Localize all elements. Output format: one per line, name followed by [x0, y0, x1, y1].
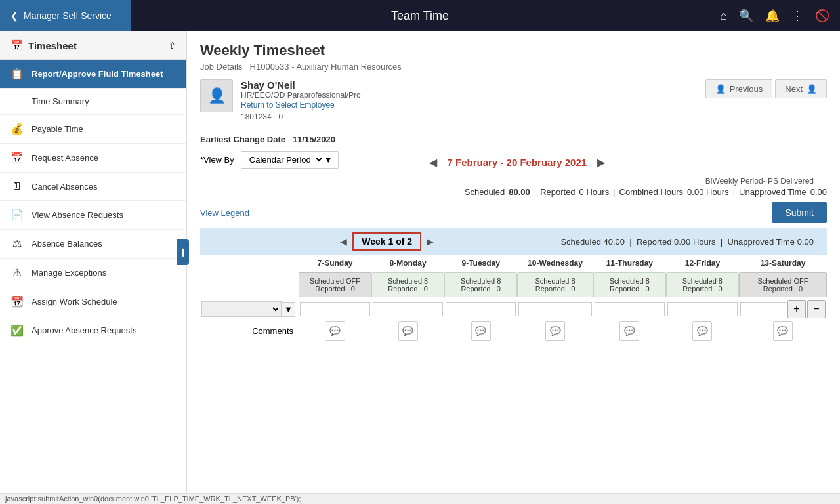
view-by-select-container[interactable]: Calendar PeriodWeekly ▼ — [241, 151, 339, 169]
week-prev-arrow[interactable]: ◀ — [340, 236, 347, 247]
back-chevron-icon: ❮ — [10, 10, 18, 21]
fri-comment-button[interactable]: 💬 — [692, 321, 712, 341]
sidebar-icon-view-absence-requests: 📄 — [10, 209, 24, 221]
date-range-display: 7 February - 20 February 2021 — [448, 157, 587, 168]
tue-time-input[interactable] — [446, 302, 516, 316]
employee-header-row: 👤 Shay O'Neil HR/EEO/OD Paraprofessional… — [200, 79, 827, 129]
week-unapproved-label: Unapproved Time — [727, 237, 795, 247]
sidebar-item-time-summary[interactable]: Time Summary — [0, 89, 186, 115]
back-nav-label: Manager Self Service — [24, 10, 112, 21]
view-by-dropdown[interactable]: Calendar PeriodWeekly — [247, 154, 324, 165]
employee-card: 👤 Shay O'Neil HR/EEO/OD Paraprofessional… — [200, 79, 361, 121]
sidebar-title: 📅 Timesheet — [10, 39, 77, 51]
next-button[interactable]: Next 👤 — [775, 79, 827, 98]
remove-row-button[interactable]: − — [807, 300, 826, 318]
comments-label: Comments — [200, 321, 299, 341]
back-nav-button[interactable]: ❮ Manager Self Service — [0, 0, 131, 32]
sidebar-label-request-absence: Request Absence — [32, 153, 98, 163]
week-summary: Scheduled 40.00 | Reported 0.00 Hours | … — [560, 237, 814, 247]
wed-comment-button[interactable]: 💬 — [545, 321, 565, 341]
col-header-sun: 7-Sunday — [299, 255, 371, 272]
sun-input-cell[interactable] — [299, 297, 371, 321]
date-prev-arrow[interactable]: ◀ — [427, 156, 440, 169]
return-to-select-link[interactable]: Return to Select Employee — [241, 100, 335, 110]
wed-input-cell[interactable] — [517, 297, 593, 321]
submit-button[interactable]: Submit — [772, 202, 827, 223]
sidebar-item-payable-time[interactable]: 💰Payable Time — [0, 115, 186, 144]
avatar: 👤 — [200, 79, 233, 112]
sidebar: 📅 Timesheet ⇧ 📋Report/Approve Fluid Time… — [0, 32, 187, 504]
employee-info: Shay O'Neil HR/EEO/OD Paraprofessional/P… — [241, 79, 361, 121]
sidebar-collapse-handle[interactable]: ❙ — [177, 239, 189, 265]
bell-icon[interactable]: 🔔 — [765, 9, 780, 23]
sidebar-icon-report-approve: 📋 — [10, 68, 24, 80]
sat-time-input[interactable] — [740, 302, 786, 316]
table-header-row: 7-Sunday 8-Monday 9-Tuesday 10-Wednesday… — [200, 255, 827, 272]
combined-label: Combined Hours — [620, 187, 684, 197]
sidebar-item-manage-exceptions[interactable]: ⚠Manage Exceptions — [0, 259, 186, 287]
unapproved-value: 0.00 — [810, 187, 827, 197]
col-header-wed: 10-Wednesday — [517, 255, 593, 272]
mon-comment-button[interactable]: 💬 — [398, 321, 418, 341]
sidebar-icon-assign-work-schedule: 📆 — [10, 295, 24, 308]
prev-person-icon: 👤 — [715, 84, 726, 94]
week-next-arrow[interactable]: ▶ — [427, 236, 434, 247]
sat-input-cell[interactable]: + − — [739, 297, 827, 321]
sidebar-icon-approve-absence-requests: ✅ — [10, 324, 24, 337]
week-label-box: Week 1 of 2 — [352, 232, 421, 251]
sun-comment-cell: 💬 — [299, 321, 371, 341]
week-selector-row: ◀ Week 1 of 2 ▶ Scheduled 40.00 | Report… — [200, 228, 827, 255]
home-icon[interactable]: ⌂ — [720, 9, 727, 23]
sidebar-item-approve-absence-requests[interactable]: ✅Approve Absence Requests — [0, 316, 186, 345]
sidebar-item-request-absence[interactable]: 📅Request Absence — [0, 144, 186, 173]
fri-input-cell[interactable] — [666, 297, 739, 321]
week-sched-label: Scheduled — [560, 237, 600, 247]
block-icon[interactable]: 🚫 — [815, 9, 830, 23]
trc-select[interactable] — [201, 301, 282, 317]
sidebar-item-assign-work-schedule[interactable]: 📆Assign Work Schedule — [0, 287, 186, 316]
sidebar-label-time-summary: Time Summary — [32, 96, 89, 106]
trc-empty-cell — [200, 272, 299, 298]
input-row: ▼ + − — [200, 297, 827, 321]
view-legend-link[interactable]: View Legend — [200, 208, 249, 218]
sidebar-item-report-approve[interactable]: 📋Report/Approve Fluid Timesheet — [0, 60, 186, 89]
more-icon[interactable]: ⋮ — [791, 9, 803, 23]
sidebar-item-absence-balances[interactable]: ⚖Absence Balances — [0, 230, 186, 259]
thu-comment-button[interactable]: 💬 — [620, 321, 639, 341]
search-icon[interactable]: 🔍 — [739, 9, 753, 23]
previous-button[interactable]: 👤 Previous — [705, 79, 773, 98]
sidebar-label-absence-balances: Absence Balances — [32, 239, 102, 249]
sat-cell: Scheduled OFF Reported 0 — [739, 272, 827, 298]
main-content: Weekly Timesheet Job Details H1000533 - … — [187, 32, 840, 504]
earliest-change-value: 11/15/2020 — [293, 135, 335, 144]
sidebar-item-cancel-absences[interactable]: 🗓Cancel Absences — [0, 173, 186, 201]
thu-input-cell[interactable] — [593, 297, 666, 321]
sat-comment-button[interactable]: 💬 — [773, 321, 793, 341]
sidebar-item-view-absence-requests[interactable]: 📄View Absence Requests — [0, 201, 186, 230]
reported-label: Reported — [540, 187, 575, 197]
week-reported-label: Reported — [637, 237, 671, 247]
earliest-change-label: Earliest Change Date — [200, 135, 285, 144]
add-row-button[interactable]: + — [788, 300, 806, 318]
job-details: Job Details H1000533 - Auxiliary Human R… — [200, 62, 827, 72]
week-sched-value: 40.00 — [604, 237, 625, 247]
sidebar-icon-payable-time: 💰 — [10, 123, 24, 135]
date-next-arrow[interactable]: ▶ — [595, 156, 608, 169]
trc-select-container[interactable]: ▼ — [201, 301, 297, 317]
main-layout: 📅 Timesheet ⇧ 📋Report/Approve Fluid Time… — [0, 32, 840, 504]
tue-input-cell[interactable] — [444, 297, 517, 321]
sidebar-collapse-icon[interactable]: ⇧ — [169, 41, 176, 51]
mon-time-input[interactable] — [373, 302, 443, 316]
sun-time-input[interactable] — [300, 302, 370, 316]
fri-time-input[interactable] — [667, 302, 738, 316]
mon-input-cell[interactable] — [371, 297, 444, 321]
sidebar-label-manage-exceptions: Manage Exceptions — [32, 268, 106, 278]
wed-time-input[interactable] — [518, 302, 592, 316]
thu-time-input[interactable] — [595, 302, 665, 316]
sun-comment-button[interactable]: 💬 — [326, 321, 345, 341]
col-header-mon: 8-Monday — [371, 255, 444, 272]
sidebar-label-payable-time: Payable Time — [32, 124, 83, 134]
employee-name: Shay O'Neil — [241, 79, 361, 91]
fri-cell: Scheduled 8 Reported 0 — [666, 272, 739, 298]
tue-comment-button[interactable]: 💬 — [471, 321, 491, 341]
